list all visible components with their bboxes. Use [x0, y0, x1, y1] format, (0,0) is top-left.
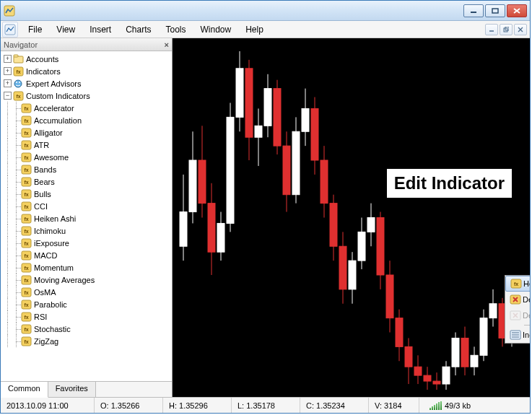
fx-icon: fx [21, 214, 32, 224]
window-minimize-button[interactable] [463, 4, 484, 17]
app-menu-icon[interactable] [2, 22, 18, 38]
tree-item-ichimoku[interactable]: fxIchimoku [1, 224, 172, 237]
tree-item-momentum[interactable]: fxMomentum [1, 261, 172, 274]
tree-item-bulls[interactable]: fxBulls [1, 188, 172, 200]
tree-item-rsi[interactable]: fxRSI [1, 310, 172, 323]
plus-expander-icon[interactable]: + [4, 67, 12, 75]
fx-icon: fx [21, 275, 32, 285]
tree-item-accelerator[interactable]: fxAccelerator [1, 102, 172, 114]
sb-connection: 49/3 kb [419, 398, 530, 413]
list-icon [508, 330, 523, 340]
mdi-restore-button[interactable] [500, 24, 513, 35]
fx-icon: fx [21, 177, 32, 187]
svg-rect-57 [180, 212, 187, 247]
ctx-item-delete[interactable]: Delete Indicator [505, 292, 530, 307]
minus-expander-icon[interactable]: − [4, 92, 12, 100]
svg-rect-85 [311, 108, 318, 160]
tab-common[interactable]: Common [1, 382, 48, 398]
fx-icon: fx [21, 103, 32, 113]
svg-text:fx: fx [24, 327, 28, 332]
ctx-separator [524, 325, 530, 326]
chart-area[interactable]: Edit Indicator fx Heiken Ashi properties… [173, 38, 530, 397]
tree-item-osma[interactable]: fxOsMA [1, 286, 172, 298]
svg-rect-89 [330, 204, 337, 247]
mdi-close-button[interactable] [514, 24, 527, 35]
app-icon [4, 5, 15, 17]
plus-expander-icon[interactable]: + [4, 55, 12, 63]
tree-item-custom-indicators[interactable]: −fxCustom Indicators [1, 89, 172, 102]
tree-label: Ichimoku [34, 227, 66, 235]
tree-item-accumulation[interactable]: fxAccumulation [1, 114, 172, 126]
tree-label: Stochastic [34, 325, 71, 333]
svg-rect-107 [414, 367, 422, 375]
tree-item-iexposure[interactable]: fxiExposure [1, 237, 172, 249]
delete-icon [508, 294, 523, 305]
menu-file[interactable]: File [21, 22, 49, 37]
delete-window-icon [508, 310, 523, 320]
menu-tools[interactable]: Tools [159, 22, 193, 37]
tree-item-awesome[interactable]: fxAwesome [1, 151, 172, 163]
svg-text:fx: fx [24, 180, 28, 185]
sb-size: 49/3 kb [445, 401, 471, 410]
svg-rect-115 [452, 338, 459, 367]
svg-rect-63 [208, 204, 215, 253]
tree-item-moving-averages[interactable]: fxMoving Averages [1, 274, 172, 286]
tree-label: iExposure [34, 239, 69, 248]
svg-rect-101 [386, 275, 393, 318]
tab-favorites[interactable]: Favorites [48, 382, 96, 397]
tree-label: ZigZag [34, 337, 58, 346]
svg-rect-65 [217, 223, 224, 252]
sb-low: L: 1.35178 [232, 398, 300, 413]
svg-rect-113 [442, 367, 450, 384]
menu-view[interactable]: View [49, 22, 82, 37]
navigator-title-bar: Navigator × [1, 38, 172, 51]
ctx-item-indicators-list[interactable]: Indicators List Ctrl+I [505, 327, 530, 343]
menu-insert[interactable]: Insert [82, 22, 118, 37]
ctx-label-delete-window: Delete Indicator Window [523, 311, 530, 320]
svg-text:fx: fx [24, 253, 28, 258]
annotation-label: Edit Indicator [386, 168, 513, 198]
tree-item-heiken-ashi[interactable]: fxHeiken Ashi [1, 212, 172, 224]
tree-item-bears[interactable]: fxBears [1, 175, 172, 188]
menu-charts[interactable]: Charts [118, 22, 158, 37]
svg-text:fx: fx [24, 241, 28, 246]
tree-label: Bears [34, 178, 55, 186]
tree-label: Bands [34, 165, 56, 174]
tree-item-cci[interactable]: fxCCI [1, 200, 172, 212]
accounts-icon [13, 54, 24, 64]
tree-item-bands[interactable]: fxBands [1, 163, 172, 175]
sb-volume: V: 3184 [369, 398, 419, 413]
svg-text:fx: fx [24, 143, 28, 148]
tree-item-accounts[interactable]: +Accounts [1, 53, 172, 65]
window-maximize-button[interactable] [485, 4, 505, 17]
mdi-minimize-button[interactable] [485, 24, 498, 35]
svg-rect-111 [433, 381, 440, 384]
tree-item-zigzag[interactable]: fxZigZag [1, 335, 172, 347]
tree-item-stochastic[interactable]: fxStochastic [1, 323, 172, 335]
fx-icon: fx [21, 287, 32, 297]
svg-text:fx: fx [24, 155, 28, 160]
svg-rect-67 [227, 117, 234, 223]
tree-label: Bulls [34, 190, 51, 198]
menu-help[interactable]: Help [238, 22, 271, 37]
window-close-button[interactable] [507, 4, 527, 17]
tree-item-indicators[interactable]: +fxIndicators [1, 65, 172, 77]
svg-rect-109 [424, 375, 431, 381]
navigator-tree[interactable]: +Accounts+fxIndicators+Expert Advisors−f… [1, 51, 172, 381]
tree-item-alligator[interactable]: fxAlligator [1, 126, 172, 139]
tree-item-expert-advisors[interactable]: +Expert Advisors [1, 77, 172, 89]
svg-rect-73 [255, 126, 262, 137]
svg-rect-81 [292, 131, 300, 194]
fx-icon: fx [21, 336, 32, 346]
tree-item-atr[interactable]: fxATR [1, 139, 172, 151]
navigator-close-button[interactable]: × [165, 40, 169, 49]
fx-icon: fx [21, 238, 32, 248]
menu-window[interactable]: Window [193, 22, 239, 37]
plus-expander-icon[interactable]: + [4, 79, 12, 87]
svg-rect-105 [405, 346, 412, 367]
tree-item-parabolic[interactable]: fxParabolic [1, 298, 172, 310]
navigator-title: Navigator [4, 40, 38, 49]
fx-icon: fx [21, 300, 32, 310]
tree-item-macd[interactable]: fxMACD [1, 249, 172, 261]
ctx-item-properties[interactable]: fx Heiken Ashi properties... [505, 276, 530, 292]
